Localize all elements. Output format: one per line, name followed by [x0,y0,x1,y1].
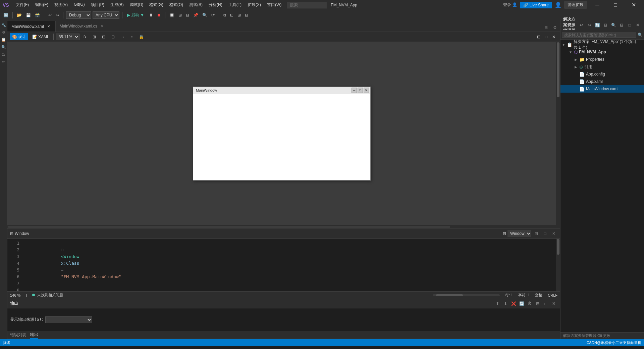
activity-icon-4[interactable]: 🔍 [0,44,7,50]
menu-project[interactable]: 项目(P) [88,1,107,9]
code-vscrollbar-thumb[interactable] [557,239,559,255]
xaml-float-btn[interactable]: □ [541,230,549,237]
design-tab-button[interactable]: 🎨 设计 [10,33,28,40]
platform-select[interactable]: Any CPU x86 x64 [93,11,119,19]
tree-item-mainwindow[interactable]: 📄 MainWindow.xaml [560,85,644,93]
maximize-button[interactable]: □ [608,0,623,10]
se-btn-3[interactable]: 🔄 [594,21,601,29]
menu-view[interactable]: 视图(V) [52,1,70,9]
se-btn-1[interactable]: ↩ [578,21,585,29]
lock-btn[interactable]: 🔒 [137,34,146,40]
wpf-minimize-btn[interactable]: ─ [352,88,357,93]
tab-mainwindow-xaml[interactable]: MainWindow.xaml ✕ [7,21,56,32]
tab-output[interactable]: 输出 [30,331,38,339]
toolbar-open[interactable]: 📂 [15,12,23,18]
grid-view-btn[interactable]: ⊞ [91,34,98,40]
output-btn-4[interactable]: 🔄 [518,300,525,307]
toolbar-new-project[interactable]: 🆕 [2,12,10,18]
code-editor[interactable]: 1 2 3 4 5 6 7 8 ⊡ <Window x:Class [7,239,556,291]
global-search-input[interactable] [287,2,327,8]
toolbar-save[interactable]: 💾 [24,12,32,18]
code-content[interactable]: ⊡ <Window x:Class = "FM_NVM_App.MainWind… [21,239,556,291]
tree-item-appxaml[interactable]: 📄 App.xaml [560,78,644,85]
activity-icon-5[interactable]: 🗂 [0,51,7,58]
close-button[interactable]: ✕ [626,0,641,10]
se-btn-5[interactable]: 🔍 [610,21,617,29]
tab-mainwindow-xaml-cs[interactable]: MainWindow.xaml.cs ✕ [56,21,109,32]
se-float-btn[interactable]: □ [626,21,633,29]
minimize-button[interactable]: ─ [590,0,605,10]
expand-designer-btn[interactable]: ⊟ [535,34,542,40]
menu-tools[interactable]: 工具(T) [226,1,244,9]
se-close-btn[interactable]: ✕ [634,21,641,29]
menu-edit[interactable]: 编辑(E) [32,1,51,9]
stop-button[interactable]: ⏹ [156,12,162,18]
toolbar-save-all[interactable]: 🗃️ [34,12,41,18]
output-float-btn[interactable]: □ [542,300,549,307]
profile-button[interactable]: 👤 [555,2,561,8]
tree-solution-root[interactable]: ▼ 📋 解决方案 'FM_NVM_App' (1 个项目, 共 1 个) [560,41,644,48]
float-designer-btn[interactable]: □ [543,34,549,40]
activity-icon-3[interactable]: 📋 [0,36,7,43]
tree-item-references[interactable]: ▶ ⊕ 引用 [560,63,644,70]
tab-error-list[interactable]: 错误列表 [10,332,26,339]
output-btn-2[interactable]: ⬇ [502,300,509,307]
toolbar-more-4[interactable]: 📌 [192,12,200,18]
solution-search-input[interactable] [562,32,636,38]
designer-hscrollbar[interactable] [7,225,560,228]
activity-icon-6[interactable]: ✏ [0,58,7,65]
se-expand-btn[interactable]: ⊟ [618,21,625,29]
zoom-select[interactable]: 85.11% 100% 75% 50% [56,34,79,40]
toolbar-snap-4[interactable]: ⊟ [244,12,250,18]
login-button[interactable]: 登录 👤 [503,2,517,8]
align-left-btn[interactable]: ⊡ [109,34,117,40]
output-source-select[interactable]: 生成 调试 Git [45,316,92,323]
wpf-close-btn[interactable]: ✕ [364,88,369,93]
toolbar-more-5[interactable]: 🔍 [201,12,209,18]
toolbar-more-3[interactable]: ⊟ [184,12,191,18]
xaml-close-btn[interactable]: ✕ [550,230,557,237]
pause-button[interactable]: ⏸ [148,12,154,18]
se-btn-2[interactable]: ↪ [586,21,593,29]
code-vscrollbar[interactable] [556,239,560,291]
activity-icon-2[interactable]: ⚙ [0,29,7,36]
live-share-button[interactable]: 🔗 Live Share [520,2,552,8]
menu-test[interactable]: 测试(S) [186,1,205,9]
wpf-maximize-btn[interactable]: □ [358,88,363,93]
output-btn-1[interactable]: ⬆ [494,300,501,307]
se-btn-4[interactable]: ⊟ [602,21,609,29]
menu-format-o[interactable]: 格式(O) [167,1,186,9]
snap-btn[interactable]: ⊟ [100,34,107,40]
toolbar-more-6[interactable]: ⟳ [210,12,216,18]
designer-vscrollbar[interactable] [556,42,560,225]
output-btn-5[interactable]: ⏱ [526,300,533,307]
toolbar-more-2[interactable]: ⊞ [177,12,183,18]
start-button[interactable]: ▶ 启动 ▼ [125,11,146,18]
toolbar-snap-2[interactable]: ⊡ [229,12,235,18]
output-close-btn[interactable]: ✕ [550,300,557,307]
toolbar-redo[interactable]: ↪ [54,12,60,18]
output-expand-btn[interactable]: ⊟ [534,300,541,307]
xaml-tab-button[interactable]: 📝 XAML [30,34,51,40]
tab-action-settings[interactable]: ⚙ [551,23,559,32]
menu-window[interactable]: 窗口(W) [264,1,284,9]
activity-icon-1[interactable]: 🔧 [0,21,7,28]
tab-close-1[interactable]: ✕ [46,24,51,29]
toolbar-snap-1[interactable]: ⧉ [222,12,227,18]
tab-action-split[interactable]: ⊟ [542,23,550,32]
designer-hscrollbar-thumb[interactable] [8,226,450,228]
fx-button[interactable]: fx [82,34,89,40]
align-top-btn[interactable]: ↕ [129,34,135,40]
debug-config-select[interactable]: Debug Release [66,11,91,19]
menu-file[interactable]: 文件(F) [13,1,32,9]
tab-close-2[interactable]: ✕ [99,23,105,29]
menu-extensions[interactable]: 扩展(X) [245,1,264,9]
toolbar-snap-3[interactable]: ⊞ [236,12,242,18]
tree-item-properties[interactable]: ▶ 📁 Properties [560,56,644,63]
output-btn-3[interactable]: ❌ [510,300,517,307]
xaml-scope-dropdown[interactable]: Window Grid [507,230,531,237]
designer-vscrollbar-thumb[interactable] [557,42,559,97]
xaml-expand-btn[interactable]: ⊟ [533,230,540,237]
menu-git[interactable]: Git(G) [71,1,88,9]
menu-analyze[interactable]: 分析(N) [206,1,225,9]
